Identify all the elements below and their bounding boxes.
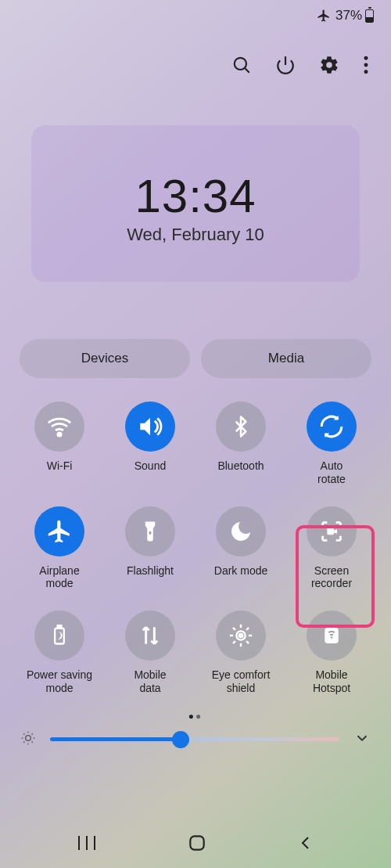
nav-home-icon[interactable] [187, 833, 207, 853]
tile-label: Airplane mode [39, 564, 79, 591]
nav-recents-icon[interactable] [76, 834, 98, 852]
wifi-icon [34, 402, 84, 452]
svg-rect-35 [190, 836, 203, 849]
svg-rect-8 [327, 528, 334, 535]
airplane-mode-icon [34, 506, 84, 556]
svg-line-20 [246, 628, 249, 630]
devices-label: Devices [81, 351, 128, 366]
page-indicator: ●● [0, 711, 391, 722]
tile-dark-mode[interactable]: Dark mode [196, 506, 286, 591]
svg-line-29 [32, 741, 33, 742]
airplane-icon [317, 9, 331, 23]
tile-eye-comfort[interactable]: Eye comfort shield [196, 610, 286, 695]
status-bar: 37% [0, 0, 391, 23]
svg-point-5 [364, 70, 368, 74]
tile-label: Mobile Hotspot [313, 668, 350, 695]
hotspot-icon [307, 610, 357, 661]
svg-point-4 [364, 63, 368, 67]
svg-point-3 [364, 56, 368, 60]
svg-line-18 [246, 641, 249, 643]
svg-rect-7 [149, 531, 152, 535]
brightness-row [0, 726, 391, 753]
sound-icon [125, 402, 175, 452]
brightness-slider[interactable] [50, 737, 339, 741]
svg-rect-10 [58, 625, 62, 628]
nav-back-icon[interactable] [296, 834, 315, 852]
eye-comfort-icon [216, 610, 266, 661]
tile-label: Eye comfort shield [212, 668, 271, 695]
tile-label: Screen recorder [311, 564, 352, 591]
auto-rotate-icon [307, 402, 357, 452]
tile-label: Auto rotate [317, 459, 346, 486]
tile-label: Dark mode [214, 564, 267, 578]
dark-mode-icon [216, 506, 266, 556]
svg-rect-21 [325, 628, 339, 643]
panel-actions [0, 23, 391, 75]
svg-line-19 [233, 641, 235, 643]
tile-label: Bluetooth [217, 459, 264, 473]
tile-sound[interactable]: Sound [105, 402, 196, 486]
svg-rect-9 [55, 628, 64, 644]
clock-time: 13:34 [0, 169, 391, 223]
brightness-thumb[interactable] [172, 731, 189, 748]
tile-label: Wi-Fi [47, 459, 73, 473]
settings-gear-icon[interactable] [319, 55, 339, 75]
svg-line-30 [23, 741, 24, 742]
svg-point-0 [235, 58, 246, 70]
more-icon[interactable] [363, 55, 369, 75]
tile-label: Sound [135, 459, 166, 473]
svg-line-31 [32, 733, 33, 734]
tile-flashlight[interactable]: Flashlight [105, 506, 196, 591]
quick-tiles: Wi-Fi Sound Bluetooth Auto rotate Airpla… [0, 378, 391, 695]
screen-recorder-icon [307, 506, 357, 556]
svg-point-23 [26, 735, 31, 740]
clock-block: 13:34 Wed, February 10 [0, 169, 391, 245]
svg-point-22 [331, 636, 333, 639]
power-icon[interactable] [275, 55, 296, 75]
mobile-data-icon [125, 610, 175, 661]
svg-line-1 [245, 68, 249, 73]
battery-percent: 37% [335, 8, 362, 23]
tile-airplane-mode[interactable]: Airplane mode [14, 506, 105, 591]
svg-line-17 [233, 628, 235, 630]
search-icon[interactable] [231, 55, 252, 75]
tile-mobile-data[interactable]: Mobile data [105, 610, 196, 695]
svg-line-28 [23, 733, 24, 734]
clock-date: Wed, February 10 [0, 225, 391, 245]
media-button[interactable]: Media [201, 339, 371, 378]
tile-label: Flashlight [127, 564, 174, 578]
tile-screen-recorder[interactable]: Screen recorder [286, 506, 377, 591]
tile-wifi[interactable]: Wi-Fi [14, 402, 105, 486]
expand-icon[interactable] [353, 729, 371, 750]
brightness-icon [20, 730, 36, 749]
tile-auto-rotate[interactable]: Auto rotate [286, 402, 377, 486]
svg-point-12 [239, 634, 242, 637]
media-label: Media [268, 351, 304, 366]
tile-label: Power saving mode [27, 668, 92, 695]
svg-point-6 [58, 433, 61, 436]
tile-mobile-hotspot[interactable]: Mobile Hotspot [286, 610, 377, 695]
power-saving-icon [34, 610, 84, 661]
tile-label: Mobile data [134, 668, 166, 695]
tile-power-saving[interactable]: Power saving mode [14, 610, 105, 695]
tile-bluetooth[interactable]: Bluetooth [196, 402, 286, 486]
bluetooth-icon [216, 402, 266, 452]
flashlight-icon [125, 506, 175, 556]
nav-bar [0, 818, 391, 868]
devices-button[interactable]: Devices [20, 339, 190, 378]
battery-icon [365, 9, 374, 23]
